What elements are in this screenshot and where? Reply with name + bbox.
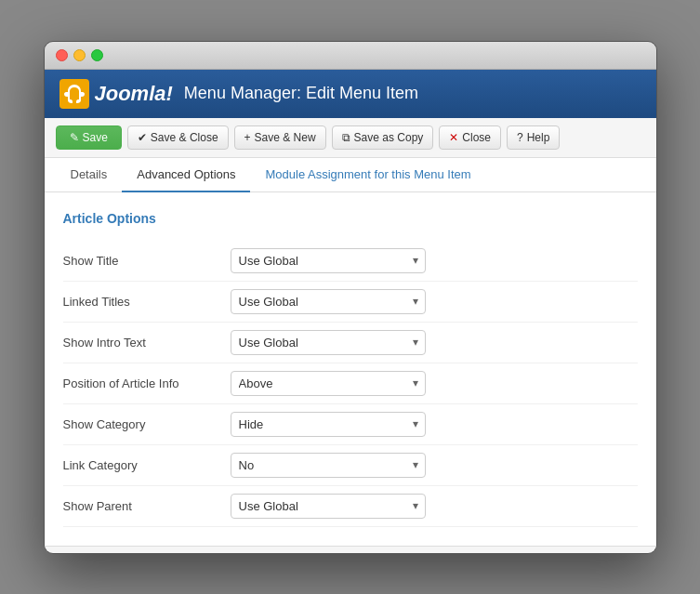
window-footer bbox=[45, 546, 656, 553]
save-new-button[interactable]: + Save & New bbox=[234, 125, 326, 150]
field-control: Use GlobalYesNo bbox=[231, 289, 638, 314]
help-button[interactable]: ? Help bbox=[507, 125, 560, 150]
joomla-brand-text: Joomla! bbox=[95, 82, 173, 106]
form-row: Link CategoryUse GlobalYesNo bbox=[63, 445, 638, 486]
checkmark-icon: ✔ bbox=[138, 131, 147, 144]
select-wrapper: Use GlobalShowHide bbox=[231, 494, 426, 519]
field-control: Use GlobalYesNo bbox=[231, 453, 638, 478]
field-control: AboveBelowUse Global bbox=[231, 371, 638, 396]
copy-icon: ⧉ bbox=[342, 131, 350, 144]
title-bar bbox=[45, 42, 656, 70]
close-label: Close bbox=[462, 131, 491, 144]
tab-advanced-options[interactable]: Advanced Options bbox=[122, 158, 250, 192]
field-label: Show Title bbox=[63, 254, 231, 268]
content-area: Article Options Show TitleUse GlobalShow… bbox=[45, 192, 656, 546]
help-label: Help bbox=[527, 131, 550, 144]
select-wrapper: Use GlobalYesNo bbox=[231, 289, 426, 314]
tabs-bar: Details Advanced Options Module Assignme… bbox=[45, 158, 656, 192]
traffic-lights bbox=[56, 49, 103, 61]
header-bar: Joomla! Menu Manager: Edit Menu Item bbox=[45, 70, 656, 118]
field-control: Use GlobalShowHide bbox=[231, 330, 638, 355]
field-label: Link Category bbox=[63, 458, 231, 472]
form-row: Position of Article InfoAboveBelowUse Gl… bbox=[63, 363, 638, 404]
save-close-label: Save & Close bbox=[151, 131, 218, 144]
section-title: Article Options bbox=[63, 211, 638, 226]
field-control: Use GlobalShowHide bbox=[231, 248, 638, 273]
minimize-button[interactable] bbox=[73, 49, 86, 61]
select-show-parent[interactable]: Use GlobalShowHide bbox=[231, 494, 426, 519]
tab-module-assignment[interactable]: Module Assignment for this Menu Item bbox=[250, 158, 485, 192]
field-label: Linked Titles bbox=[63, 295, 231, 309]
form-row: Show CategoryUse GlobalShowHide bbox=[63, 404, 638, 445]
select-wrapper: Use GlobalShowHide bbox=[231, 248, 426, 273]
select-show-category[interactable]: Use GlobalShowHide bbox=[231, 412, 426, 437]
select-wrapper: Use GlobalYesNo bbox=[231, 453, 426, 478]
save-copy-button[interactable]: ⧉ Save as Copy bbox=[332, 125, 434, 150]
joomla-icon bbox=[59, 79, 89, 109]
x-icon: ✕ bbox=[449, 131, 458, 144]
maximize-button[interactable] bbox=[91, 49, 103, 61]
field-label: Show Parent bbox=[63, 499, 231, 513]
joomla-logo: Joomla! bbox=[59, 79, 173, 109]
help-icon: ? bbox=[517, 131, 523, 144]
form-row: Show Intro TextUse GlobalShowHide bbox=[63, 323, 638, 363]
select-wrapper: Use GlobalShowHide bbox=[231, 412, 426, 437]
toolbar: ✎ Save ✔ Save & Close + Save & New ⧉ Sav… bbox=[45, 118, 656, 158]
close-button[interactable] bbox=[56, 49, 68, 61]
close-toolbar-button[interactable]: ✕ Close bbox=[439, 125, 501, 150]
field-label: Show Category bbox=[63, 417, 231, 431]
save-label: Save bbox=[83, 131, 108, 144]
save-button[interactable]: ✎ Save bbox=[56, 125, 122, 150]
save-icon: ✎ bbox=[70, 131, 79, 144]
field-label: Position of Article Info bbox=[63, 376, 231, 390]
select-show-title[interactable]: Use GlobalShowHide bbox=[231, 248, 426, 273]
select-link-category[interactable]: Use GlobalYesNo bbox=[231, 453, 426, 478]
field-control: Use GlobalShowHide bbox=[231, 494, 638, 519]
select-wrapper: Use GlobalShowHide bbox=[231, 330, 426, 355]
form-row: Linked TitlesUse GlobalYesNo bbox=[63, 282, 638, 323]
select-position-of-article-info[interactable]: AboveBelowUse Global bbox=[231, 371, 426, 396]
field-control: Use GlobalShowHide bbox=[231, 412, 638, 437]
save-new-label: Save & New bbox=[255, 131, 316, 144]
form-row: Show TitleUse GlobalShowHide bbox=[63, 241, 638, 282]
form-row: Show ParentUse GlobalShowHide bbox=[63, 486, 638, 527]
plus-icon: + bbox=[244, 131, 251, 144]
select-wrapper: AboveBelowUse Global bbox=[231, 371, 426, 396]
save-close-button[interactable]: ✔ Save & Close bbox=[127, 125, 229, 150]
main-window: Joomla! Menu Manager: Edit Menu Item ✎ S… bbox=[44, 41, 657, 554]
page-title: Menu Manager: Edit Menu Item bbox=[184, 84, 418, 103]
select-linked-titles[interactable]: Use GlobalYesNo bbox=[231, 289, 426, 314]
select-show-intro-text[interactable]: Use GlobalShowHide bbox=[231, 330, 426, 355]
field-label: Show Intro Text bbox=[63, 336, 231, 350]
save-copy-label: Save as Copy bbox=[354, 131, 424, 144]
tab-details[interactable]: Details bbox=[56, 158, 123, 192]
